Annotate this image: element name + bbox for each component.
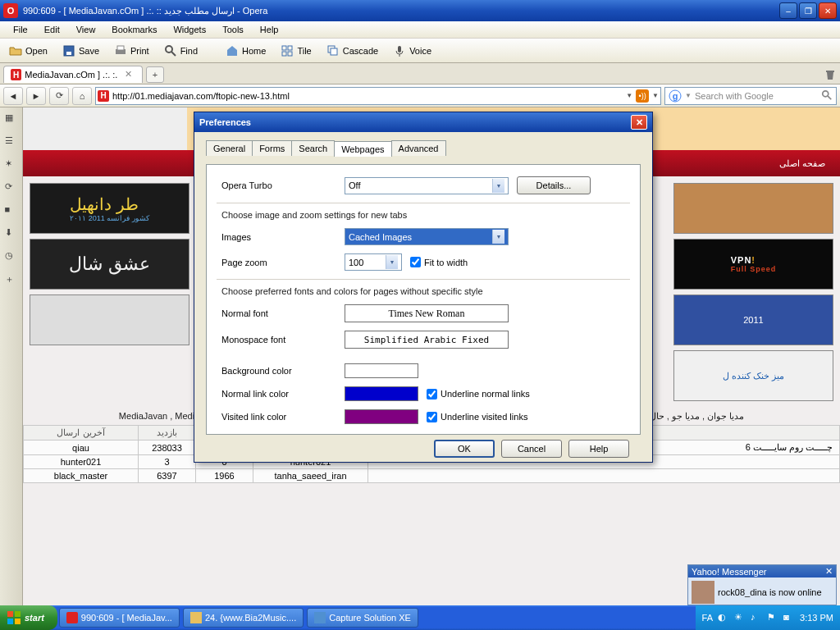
tab-webpages[interactable]: Webpages xyxy=(334,141,391,157)
search-field[interactable]: g ▼ Search with Google xyxy=(664,87,837,105)
voice-button[interactable]: Voice xyxy=(387,42,437,60)
tray-icon[interactable]: ⚑ xyxy=(767,612,778,623)
find-button[interactable]: Find xyxy=(158,42,203,60)
voice-label: Voice xyxy=(409,46,431,56)
menu-edit[interactable]: Edit xyxy=(36,23,68,36)
menu-help[interactable]: Help xyxy=(252,23,287,36)
url-field[interactable]: H ▼ •)) ▼ xyxy=(95,87,661,105)
task-button[interactable]: 990:609 - [ MediaJav... xyxy=(59,608,180,628)
dialog-close-button[interactable]: ✕ xyxy=(631,115,647,130)
close-button[interactable]: ✕ xyxy=(819,2,837,19)
menu-file[interactable]: File xyxy=(5,23,36,36)
panel-icon[interactable]: ⟳ xyxy=(5,181,18,194)
menu-tools[interactable]: Tools xyxy=(214,23,252,36)
panel-icon[interactable]: ▦ xyxy=(5,112,18,126)
tab-search[interactable]: Search xyxy=(291,140,335,156)
back-button[interactable]: ◄ xyxy=(3,87,23,105)
forward-button[interactable]: ► xyxy=(26,87,46,105)
svg-text:g: g xyxy=(673,91,678,101)
home-nav-button[interactable]: ⌂ xyxy=(72,87,92,105)
opera-turbo-select[interactable]: Off▼ xyxy=(345,177,509,194)
tray-icon[interactable]: ♪ xyxy=(751,612,762,623)
svg-rect-11 xyxy=(331,48,337,55)
cascade-label: Cascade xyxy=(343,46,378,56)
rss-icon[interactable]: •)) xyxy=(636,89,649,103)
cascade-button[interactable]: Cascade xyxy=(321,42,384,60)
svg-rect-20 xyxy=(15,619,21,624)
ad[interactable]: میز خنک کننده ل xyxy=(673,350,833,401)
panel-icon[interactable]: ☰ xyxy=(5,135,18,148)
tab-general[interactable]: General xyxy=(206,140,253,156)
print-button[interactable]: Print xyxy=(108,42,155,60)
minimize-button[interactable]: – xyxy=(779,2,797,19)
toast-close-icon[interactable]: ✕ xyxy=(825,566,833,577)
tab-advanced[interactable]: Advanced xyxy=(391,140,446,156)
ads-left: طر دانهیل۲۰۱۱ کشور فرانسه 2011 عشق شال xyxy=(30,183,189,401)
browser-tab[interactable]: H MediaJavan.cOm ] .:. :... ✕ xyxy=(3,66,143,83)
images-select[interactable]: Cached Images▼ xyxy=(345,228,509,245)
help-button[interactable]: Help xyxy=(568,440,629,458)
dialog-title: Preferences xyxy=(199,117,251,127)
panel-icon[interactable]: ⬇ xyxy=(5,227,18,240)
task-button[interactable]: 24. {www.Bia2Music.... xyxy=(183,608,304,628)
save-icon xyxy=(62,44,75,57)
fit-width-checkbox[interactable]: Fit to width xyxy=(410,257,468,267)
new-tab-button[interactable]: + xyxy=(146,66,164,83)
tile-button[interactable]: Tile xyxy=(275,42,317,60)
task-button[interactable]: Capture Solution XE xyxy=(307,608,418,628)
ok-button[interactable]: OK xyxy=(434,440,495,458)
tray-icon[interactable]: ◐ xyxy=(718,612,729,623)
tab-forms[interactable]: Forms xyxy=(252,140,292,156)
tray-icon[interactable]: ◙ xyxy=(783,612,795,623)
svg-rect-17 xyxy=(7,611,13,617)
visited-link-swatch[interactable] xyxy=(345,409,418,424)
panel-add-icon[interactable]: ＋ xyxy=(5,273,18,286)
ad[interactable]: 2011 xyxy=(673,294,833,345)
url-favicon: H xyxy=(98,90,109,102)
panel-icon[interactable]: ✶ xyxy=(5,158,18,171)
search-icon[interactable] xyxy=(821,89,833,103)
start-button[interactable]: start xyxy=(0,605,57,630)
menu-widgets[interactable]: Widgets xyxy=(165,23,214,36)
panel-icon[interactable]: ◷ xyxy=(5,250,18,263)
ad[interactable] xyxy=(30,294,189,345)
menu-bookmarks[interactable]: Bookmarks xyxy=(103,23,165,36)
normal-link-label: Normal link color xyxy=(221,389,345,399)
normal-font-button[interactable]: Times New Roman xyxy=(345,304,509,322)
home-button[interactable]: Home xyxy=(220,42,272,60)
nav-home[interactable]: صفحه اصلی xyxy=(779,158,825,169)
open-button[interactable]: Open xyxy=(3,42,53,60)
save-button[interactable]: Save xyxy=(57,42,105,60)
reload-button[interactable]: ⟳ xyxy=(49,87,69,105)
window-title: 990:609 - [ MediaJavan.cOm ] .:. :: ارسا… xyxy=(23,6,779,16)
normal-link-swatch[interactable] xyxy=(345,386,418,401)
clock[interactable]: 3:13 PM xyxy=(800,613,833,623)
tray-icon[interactable]: ☀ xyxy=(734,612,746,623)
menu-view[interactable]: View xyxy=(68,23,104,36)
ad[interactable]: VPN!Full Speed xyxy=(673,239,833,290)
zoom-select[interactable]: 100▼ xyxy=(345,253,402,271)
toolbar: Open Save Print Find Home Tile Cascade V… xyxy=(0,39,840,63)
lang-indicator[interactable]: FA xyxy=(702,613,713,623)
url-input[interactable] xyxy=(112,89,623,103)
ad[interactable] xyxy=(673,183,833,234)
underline-normal-checkbox[interactable]: Underline normal links xyxy=(427,389,530,399)
details-button[interactable]: Details... xyxy=(517,176,591,194)
mono-font-button[interactable]: Simplified Arabic Fixed xyxy=(345,331,509,349)
ad[interactable]: عشق شال xyxy=(30,239,189,290)
zoom-label: Page zoom xyxy=(221,258,345,267)
panel-icon[interactable]: ■ xyxy=(5,204,18,217)
messenger-toast[interactable]: Yahoo! Messenger✕ rock08_dina is now onl… xyxy=(687,564,837,605)
svg-rect-9 xyxy=(288,52,292,56)
bg-color-swatch[interactable] xyxy=(345,363,418,378)
tab-close-icon[interactable]: ✕ xyxy=(125,69,135,80)
cancel-button[interactable]: Cancel xyxy=(501,440,562,458)
maximize-button[interactable]: ❐ xyxy=(799,2,817,19)
visited-link-label: Visited link color xyxy=(221,412,345,422)
ad[interactable]: طر دانهیل۲۰۱۱ کشور فرانسه 2011 xyxy=(30,183,189,234)
closed-tabs-icon[interactable] xyxy=(824,68,837,81)
site-logo xyxy=(23,107,187,150)
underline-visited-checkbox[interactable]: Underline visited links xyxy=(427,412,527,422)
table-row[interactable]: black_master63971966tanha_saeed_iran xyxy=(24,469,840,483)
taskbar: start 990:609 - [ MediaJav... 24. {www.B… xyxy=(0,605,840,630)
